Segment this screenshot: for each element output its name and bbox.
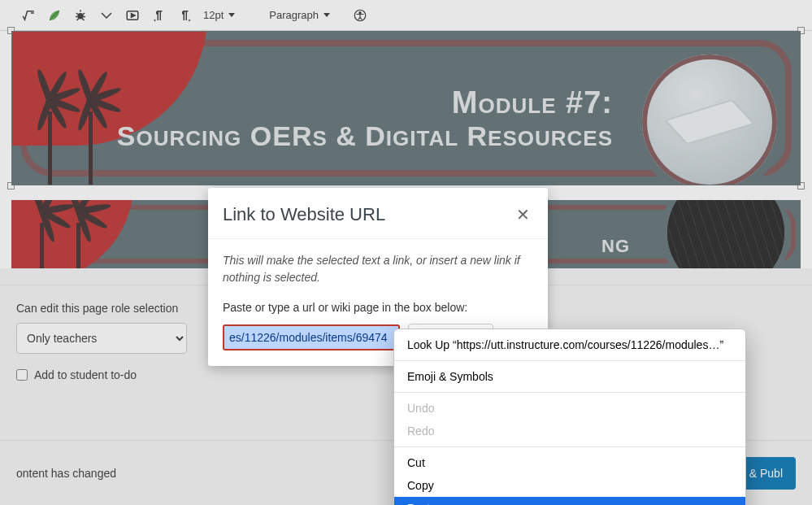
menu-redo: Redo — [394, 420, 745, 442]
pilcrow-rtl-icon[interactable] — [177, 8, 192, 23]
modal-title: Link to Website URL — [223, 204, 385, 225]
banner-illustration — [634, 46, 785, 185]
close-icon[interactable]: ✕ — [516, 207, 530, 223]
modal-input-label: Paste or type a url or wiki page in the … — [223, 301, 533, 314]
menu-lookup[interactable]: Look Up “https://utt.instructure.com/cou… — [394, 333, 745, 356]
menu-emoji[interactable]: Emoji & Symbols — [394, 365, 745, 388]
play-box-icon[interactable] — [125, 8, 140, 23]
banner2-illustration — [661, 200, 791, 268]
sqrt-icon[interactable] — [21, 8, 36, 23]
banner2-text-fragment: NG — [601, 236, 630, 257]
font-size-value: 12pt — [203, 9, 224, 21]
chevron-down-icon — [323, 13, 330, 17]
pilcrow-ltr-icon[interactable] — [151, 8, 166, 23]
menu-paste[interactable]: Paste — [394, 497, 745, 505]
menu-undo: Undo — [394, 397, 745, 420]
font-size-dropdown[interactable]: 12pt — [203, 9, 235, 21]
menu-copy[interactable]: Copy — [394, 474, 745, 497]
menu-separator — [394, 392, 745, 393]
editor-toolbar: 12pt Paragraph — [0, 0, 812, 31]
module-banner: MODULE #7: SOURCING OERS & DIGITAL RESOU… — [11, 31, 801, 185]
svg-point-3 — [359, 11, 361, 13]
bug-icon[interactable] — [73, 8, 88, 23]
chevron-down-icon — [228, 13, 235, 17]
banner-title: MODULE #7: SOURCING OERS & DIGITAL RESOU… — [117, 85, 613, 152]
role-select[interactable]: Only teachers — [16, 323, 187, 354]
context-menu: Look Up “https://utt.instructure.com/cou… — [393, 329, 746, 505]
accessibility-icon[interactable] — [353, 8, 367, 23]
todo-label: Add to student to-do — [34, 368, 137, 381]
content-changed-text: ontent has changed — [16, 467, 116, 480]
block-format-dropdown[interactable]: Paragraph — [269, 9, 330, 21]
block-format-value: Paragraph — [269, 9, 319, 21]
chevron-down-icon[interactable] — [99, 8, 114, 23]
modal-help-text: This will make the selected text a link,… — [223, 252, 533, 286]
menu-separator — [394, 446, 745, 447]
url-input[interactable] — [223, 324, 400, 350]
selected-image[interactable]: MODULE #7: SOURCING OERS & DIGITAL RESOU… — [11, 31, 801, 185]
leaf-icon[interactable] — [47, 8, 62, 23]
menu-separator — [394, 360, 745, 361]
todo-checkbox[interactable] — [16, 369, 28, 381]
menu-cut[interactable]: Cut — [394, 451, 745, 474]
